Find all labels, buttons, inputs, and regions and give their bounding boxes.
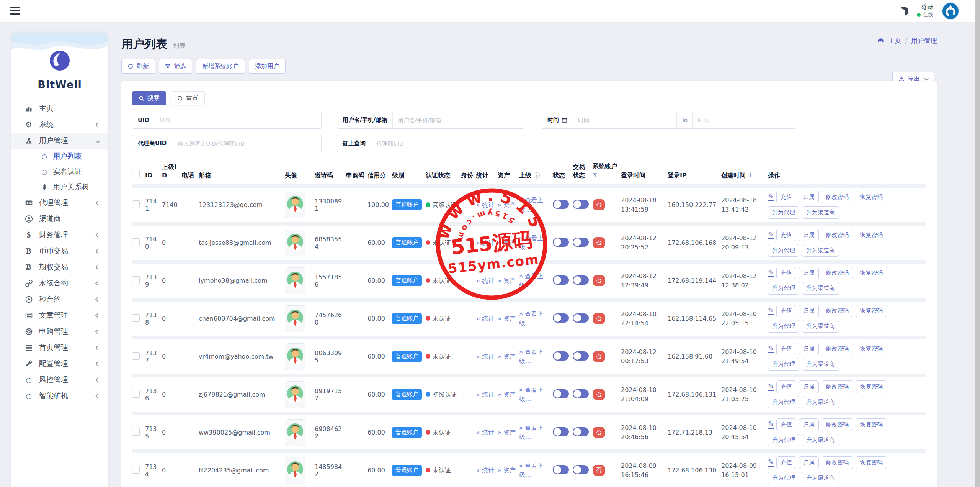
dark-mode-icon[interactable] <box>899 7 908 16</box>
sidebar-item-11[interactable]: 申购管理 <box>11 323 108 339</box>
row-checkbox[interactable] <box>132 200 140 208</box>
edit-icon[interactable]: ✎ <box>768 193 774 201</box>
status-toggle[interactable] <box>553 427 569 436</box>
action-button-5[interactable]: 升为渠道商 <box>802 244 839 257</box>
user-avatar[interactable] <box>285 230 305 256</box>
vertical-scrollbar[interactable] <box>975 0 980 487</box>
status-toggle[interactable] <box>553 238 569 247</box>
view-parent-link[interactable]: » 查看上级... <box>519 310 550 328</box>
stats-link[interactable]: » 统计 <box>476 238 494 248</box>
view-parent-link[interactable]: » 查看上级... <box>519 234 550 252</box>
row-checkbox[interactable] <box>132 238 140 246</box>
sidebar-item-7[interactable]: Ƀ 期权交易 <box>11 259 108 275</box>
agent-uid-input[interactable] <box>172 135 321 152</box>
sidebar-subitem-2[interactable]: 用户关系树 <box>11 179 108 195</box>
assets-link[interactable]: » 资产 <box>498 352 516 361</box>
sidebar-item-10[interactable]: 文章管理 <box>11 307 108 323</box>
action-button-3[interactable]: 恢复密码 <box>856 380 887 393</box>
sort-asc-icon[interactable]: ↑ <box>748 172 753 179</box>
action-button-3[interactable]: 恢复密码 <box>856 229 887 241</box>
action-button-1[interactable]: 归属 <box>799 380 819 393</box>
action-button-3[interactable]: 恢复密码 <box>856 418 887 431</box>
status-toggle[interactable] <box>553 275 569 285</box>
action-button-1[interactable]: 归属 <box>799 305 819 317</box>
sidebar-item-9[interactable]: 秒合约 <box>11 291 108 307</box>
action-button-4[interactable]: 升为代理 <box>768 320 799 333</box>
stats-link[interactable]: » 统计 <box>476 390 494 399</box>
edit-icon[interactable]: ✎ <box>768 459 774 467</box>
trade-status-toggle[interactable] <box>573 465 589 474</box>
user-avatar[interactable] <box>285 457 305 484</box>
sidebar-item-5[interactable]: $ 财务管理 <box>11 227 108 243</box>
time-end-input[interactable] <box>693 112 796 128</box>
action-button-0[interactable]: 充值 <box>776 380 796 393</box>
action-button-2[interactable]: 修改密码 <box>822 343 853 355</box>
edit-icon[interactable]: ✎ <box>768 307 774 315</box>
sidebar-item-12[interactable]: 首页管理 <box>11 339 108 356</box>
action-button-0[interactable]: 充值 <box>776 267 796 279</box>
action-button-4[interactable]: 升为代理 <box>768 434 799 446</box>
breadcrumb-home[interactable]: 主页 <box>888 36 901 45</box>
view-parent-link[interactable]: » 查看上级... <box>519 196 550 214</box>
edit-icon[interactable]: ✎ <box>768 269 774 277</box>
action-button-5[interactable]: 升为渠道商 <box>802 396 839 408</box>
status-toggle[interactable] <box>553 389 569 398</box>
sidebar-item-15[interactable]: ○ 智能矿机 <box>11 388 108 404</box>
action-button-1[interactable]: 归属 <box>799 418 819 431</box>
trade-status-toggle[interactable] <box>573 351 589 361</box>
trade-status-toggle[interactable] <box>573 200 589 209</box>
breadcrumb-current[interactable]: 用户管理 <box>911 36 937 45</box>
sidebar-item-14[interactable]: ○ 风控管理 <box>11 372 108 388</box>
assets-link[interactable]: » 资产 <box>498 314 516 323</box>
user-avatar[interactable] <box>285 192 305 218</box>
status-toggle[interactable] <box>553 313 569 323</box>
assets-link[interactable]: » 资产 <box>498 200 516 210</box>
action-button-2[interactable]: 修改密码 <box>822 380 853 393</box>
edit-icon[interactable]: ✎ <box>768 421 774 429</box>
filter-button[interactable]: 筛选 <box>159 59 192 74</box>
stats-link[interactable]: » 统计 <box>476 200 494 210</box>
uid-input[interactable] <box>155 112 321 128</box>
action-button-3[interactable]: 恢复密码 <box>856 343 887 355</box>
user-avatar[interactable] <box>285 305 305 332</box>
view-parent-link[interactable]: » 查看上级... <box>519 461 550 480</box>
action-button-1[interactable]: 归属 <box>799 191 819 203</box>
action-button-4[interactable]: 升为代理 <box>768 244 799 257</box>
action-button-4[interactable]: 升为代理 <box>768 396 799 408</box>
stats-link[interactable]: » 统计 <box>476 466 494 475</box>
assets-link[interactable]: » 资产 <box>498 390 516 399</box>
help-icon[interactable]: ? <box>534 172 540 179</box>
sidebar-item-6[interactable]: B 币币交易 <box>11 243 108 259</box>
sidebar-item-0[interactable]: 主页 <box>11 100 108 116</box>
action-button-3[interactable]: 恢复密码 <box>856 305 887 317</box>
action-button-0[interactable]: 充值 <box>776 418 796 431</box>
action-button-2[interactable]: 修改密码 <box>822 229 853 241</box>
sidebar-item-2[interactable]: 用户管理 <box>11 133 108 149</box>
action-button-5[interactable]: 升为渠道商 <box>802 358 839 371</box>
action-button-1[interactable]: 归属 <box>799 343 819 355</box>
search-button[interactable]: 搜索 <box>132 91 166 105</box>
trade-status-toggle[interactable] <box>573 238 589 247</box>
trade-status-toggle[interactable] <box>573 389 589 398</box>
add-user-button[interactable]: 添加用户 <box>249 59 286 74</box>
stats-link[interactable]: » 统计 <box>476 352 494 361</box>
user-avatar[interactable] <box>285 267 305 294</box>
action-button-0[interactable]: 充值 <box>776 456 796 469</box>
user-input[interactable] <box>393 112 524 128</box>
trade-status-toggle[interactable] <box>573 313 589 323</box>
time-start-input[interactable] <box>573 112 676 128</box>
add-system-account-button[interactable]: 新增系统账户 <box>196 59 245 74</box>
edit-icon[interactable]: ✎ <box>768 383 774 391</box>
action-button-0[interactable]: 充值 <box>776 305 796 317</box>
sidebar-item-4[interactable]: 渠道商 <box>11 211 108 227</box>
avatar[interactable] <box>942 2 959 20</box>
action-button-0[interactable]: 充值 <box>776 191 796 203</box>
row-checkbox[interactable] <box>132 352 140 360</box>
stats-link[interactable]: » 统计 <box>476 276 494 285</box>
action-button-3[interactable]: 恢复密码 <box>856 456 887 469</box>
trade-status-toggle[interactable] <box>573 427 589 436</box>
action-button-0[interactable]: 充值 <box>776 229 796 241</box>
assets-link[interactable]: » 资产 <box>498 238 516 248</box>
action-button-2[interactable]: 修改密码 <box>822 267 853 279</box>
status-toggle[interactable] <box>553 465 569 474</box>
